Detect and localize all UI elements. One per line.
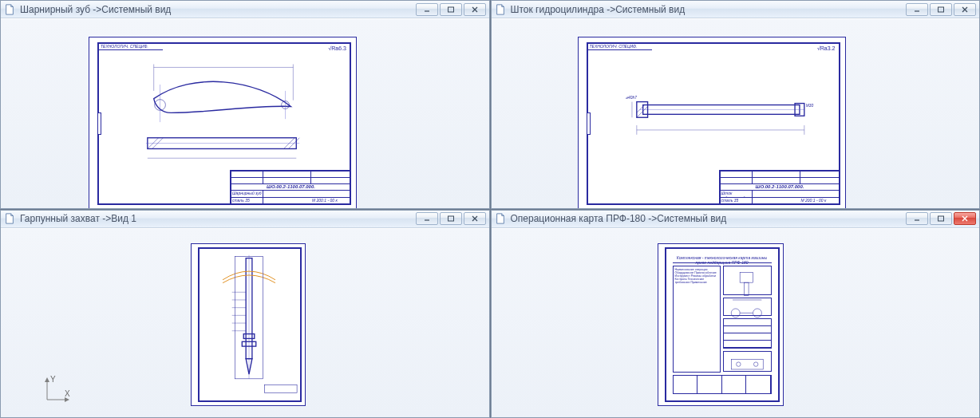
titlebar[interactable]: Операционная карта ПРФ-180 ->Системный в… <box>492 211 980 228</box>
svg-marker-46 <box>45 377 49 382</box>
titleblock-scale: М 200:1 - 00 к <box>311 198 351 205</box>
document-icon <box>495 4 506 15</box>
titleblock-code: ШО.00.2-1100.07.000. <box>231 184 351 191</box>
axis-y-label: Y <box>50 375 56 384</box>
window-title: Шарнирный зуб ->Системный вид <box>20 4 411 15</box>
minimize-button[interactable] <box>906 3 928 16</box>
drawing-sheet: ТЕХНОЛОГИЧ. СПЕЦИФ. √Ra6.3 <box>89 37 357 208</box>
svg-point-56 <box>737 362 741 366</box>
axis-indicator: Y X <box>41 374 73 406</box>
svg-text:⌀40h7: ⌀40h7 <box>626 96 637 100</box>
card-title: Комплексная - технологическая карта маши… <box>673 255 772 263</box>
title-block: ШО.00.2-1100.07.000. Шарнирный зуб сталь… <box>230 170 350 203</box>
maximize-button[interactable] <box>440 3 462 16</box>
window-title: Гарпунный захват ->Вид 1 <box>20 213 411 224</box>
window-hinge-tooth: Шарнирный зуб ->Системный вид ТЕХНОЛОГИЧ… <box>0 0 490 209</box>
svg-rect-43 <box>264 384 297 392</box>
svg-rect-31 <box>448 216 453 221</box>
maximize-button[interactable] <box>440 212 462 225</box>
maximize-button[interactable] <box>930 212 952 225</box>
svg-rect-50 <box>740 272 753 282</box>
window-controls <box>416 212 486 225</box>
window-title: Операционная карта ПРФ-180 ->Системный в… <box>511 213 902 224</box>
card-figure-2 <box>723 298 772 316</box>
drawing-viewport[interactable]: Комплексная - технологическая карта маши… <box>492 228 980 418</box>
svg-text:M30: M30 <box>805 104 813 108</box>
titleblock-name: Шарнирный зуб <box>231 191 263 198</box>
svg-rect-1 <box>448 7 453 12</box>
mdi-area: Шарнирный зуб ->Системный вид ТЕХНОЛОГИЧ… <box>0 0 980 418</box>
close-button[interactable] <box>954 212 976 225</box>
titleblock-code: ШО.00.2-1100.07.000. <box>721 184 840 191</box>
close-button[interactable] <box>464 3 486 16</box>
window-cylinder-rod: Шток гидроцилиндра ->Системный вид ТЕХНО… <box>491 0 981 209</box>
svg-rect-49 <box>939 216 944 221</box>
titleblock-name: Шток гидроцилиндра <box>721 191 753 198</box>
svg-rect-51 <box>745 282 749 295</box>
card-table <box>723 318 772 348</box>
title-block: ШО.00.2-1100.07.000. Шток гидроцилиндра … <box>719 170 839 203</box>
close-button[interactable] <box>954 3 976 16</box>
window-title: Шток гидроцилиндра ->Системный вид <box>511 4 902 15</box>
drawing-viewport[interactable]: ТЕХНОЛОГИЧ. СПЕЦИФ. √Ra3.2 <box>492 18 980 208</box>
drawing-viewport[interactable]: ТЕХНОЛОГИЧ. СПЕЦИФ. √Ra6.3 <box>1 18 489 208</box>
operation-card: Комплексная - технологическая карта маши… <box>673 255 772 394</box>
card-figure-1 <box>723 266 772 295</box>
window-operation-card: Операционная карта ПРФ-180 ->Системный в… <box>491 210 981 419</box>
window-harpoon-grip: Гарпунный захват ->Вид 1 <box>0 210 490 419</box>
titlebar[interactable]: Гарпунный захват ->Вид 1 <box>1 211 489 228</box>
titleblock-material: сталь 35 ГОСТ1050-80 <box>231 198 263 205</box>
titleblock-scale: М 200:1 - 00 к <box>800 198 840 205</box>
document-icon <box>495 213 506 224</box>
minimize-button[interactable] <box>906 212 928 225</box>
titleblock-material: сталь 35 ГОСТ1050-80 <box>721 198 753 205</box>
document-icon <box>4 213 15 224</box>
drawing-viewport[interactable]: Y X <box>1 228 489 418</box>
close-button[interactable] <box>464 212 486 225</box>
svg-point-53 <box>753 309 762 317</box>
signature-row <box>673 375 772 394</box>
window-controls <box>906 3 976 16</box>
minimize-button[interactable] <box>416 3 438 16</box>
drawing-sheet: ТЕХНОЛОГИЧ. СПЕЦИФ. √Ra3.2 <box>578 37 846 208</box>
card-left-text: Наименование операции Оборудование Присп… <box>673 266 721 373</box>
svg-rect-17 <box>939 7 944 12</box>
svg-point-52 <box>731 309 740 317</box>
minimize-button[interactable] <box>416 212 438 225</box>
titlebar[interactable]: Шток гидроцилиндра ->Системный вид <box>492 1 980 18</box>
maximize-button[interactable] <box>930 3 952 16</box>
svg-line-22 <box>636 107 647 118</box>
card-figure-3 <box>723 351 772 373</box>
svg-rect-55 <box>731 359 763 369</box>
window-controls <box>906 212 976 225</box>
document-icon <box>4 4 15 15</box>
axis-x-label: X <box>65 389 70 398</box>
titlebar[interactable]: Шарнирный зуб ->Системный вид <box>1 1 489 18</box>
drawing-sheet <box>191 243 306 406</box>
drawing-graphics <box>200 249 300 396</box>
window-controls <box>416 3 486 16</box>
drawing-sheet: Комплексная - технологическая карта маши… <box>658 243 784 406</box>
svg-point-57 <box>753 362 757 366</box>
